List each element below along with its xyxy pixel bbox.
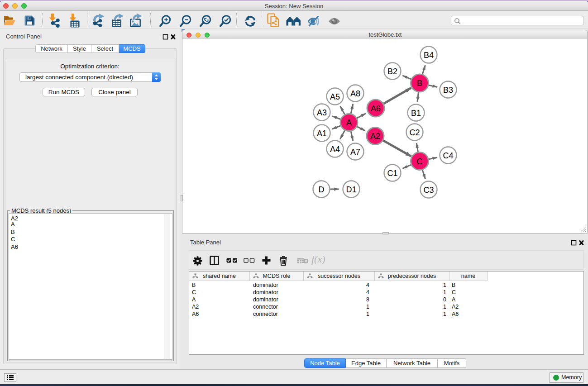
svg-text:C1: C1 [387,169,397,178]
svg-text:A4: A4 [330,145,340,154]
svg-text:D: D [319,185,325,194]
svg-text:A6: A6 [371,104,381,113]
svg-text:B1: B1 [411,109,421,118]
svg-text:A3: A3 [317,108,327,117]
svg-text:C2: C2 [409,128,420,137]
svg-text:C3: C3 [423,186,434,195]
svg-text:A: A [346,118,352,127]
svg-text:A2: A2 [370,132,380,141]
svg-text:B3: B3 [443,86,453,95]
svg-text:B2: B2 [387,67,397,76]
svg-text:A5: A5 [330,92,340,101]
svg-text:B4: B4 [424,51,434,60]
svg-text:A1: A1 [317,129,327,138]
svg-text:A8: A8 [350,89,360,98]
svg-text:B: B [417,79,422,88]
svg-text:C: C [417,157,423,166]
svg-text:A7: A7 [350,148,360,157]
svg-text:C4: C4 [443,151,453,160]
svg-text:D1: D1 [346,185,356,194]
